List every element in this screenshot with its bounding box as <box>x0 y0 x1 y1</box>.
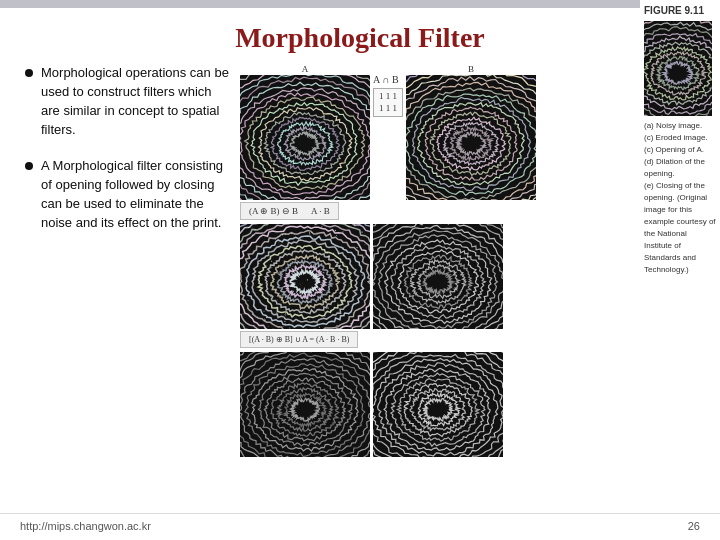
caption-c: (c) Opening of A. <box>644 144 716 156</box>
caption-b: (c) Eroded image. <box>644 132 716 144</box>
fingerprint-4 <box>373 224 503 329</box>
formula-matrix: 1 1 11 1 1 <box>373 88 403 117</box>
side-fingerprint <box>644 21 712 116</box>
bullet-item-1: Morphological operations can be used to … <box>25 64 232 139</box>
slide-title: Morphological Filter <box>0 8 720 64</box>
label-A: A <box>302 64 309 74</box>
footer-page: 26 <box>688 520 700 532</box>
slide-body: Morphological operations can be used to … <box>0 64 720 513</box>
left-content: Morphological operations can be used to … <box>10 64 240 513</box>
mid-formula: (A ⊕ B) ⊖ B A · B <box>240 202 339 220</box>
fingerprint-3 <box>240 224 370 329</box>
caption-d: (d) Dilation of the opening. <box>644 156 716 180</box>
bullet-text-1: Morphological operations can be used to … <box>41 64 232 139</box>
slide: Morphological Filter Morphological opera… <box>0 0 720 540</box>
fingerprint-1 <box>240 75 370 200</box>
fingerprint-6 <box>373 352 503 457</box>
bullet-dot-1 <box>25 69 33 77</box>
bullet-dot-2 <box>25 162 33 170</box>
bottom-formula: [(A · B) ⊕ B] ∪ A = (A · B · B) <box>240 331 358 348</box>
label-B: B <box>468 64 474 74</box>
figure-title: FIGURE 9.11 <box>644 4 716 18</box>
bullet-text-2: A Morphological filter consisting of ope… <box>41 157 232 232</box>
caption-a: (a) Noisy image. <box>644 120 716 132</box>
caption-e: (e) Closing of the opening. (Original im… <box>644 180 716 276</box>
top-bar <box>0 0 720 8</box>
footer-url: http://mips.changwon.ac.kr <box>20 520 151 532</box>
footer: http://mips.changwon.ac.kr 26 <box>0 513 720 540</box>
fingerprint-5 <box>240 352 370 457</box>
formula-AintersectB: A ∩ B <box>373 74 403 85</box>
fingerprint-2 <box>406 75 536 200</box>
figure-captions: (a) Noisy image. (c) Eroded image. (c) O… <box>644 120 716 276</box>
bullet-item-2: A Morphological filter consisting of ope… <box>25 157 232 232</box>
side-figure-panel: FIGURE 9.11 (a) Noisy image. (c) Eroded … <box>640 0 720 280</box>
